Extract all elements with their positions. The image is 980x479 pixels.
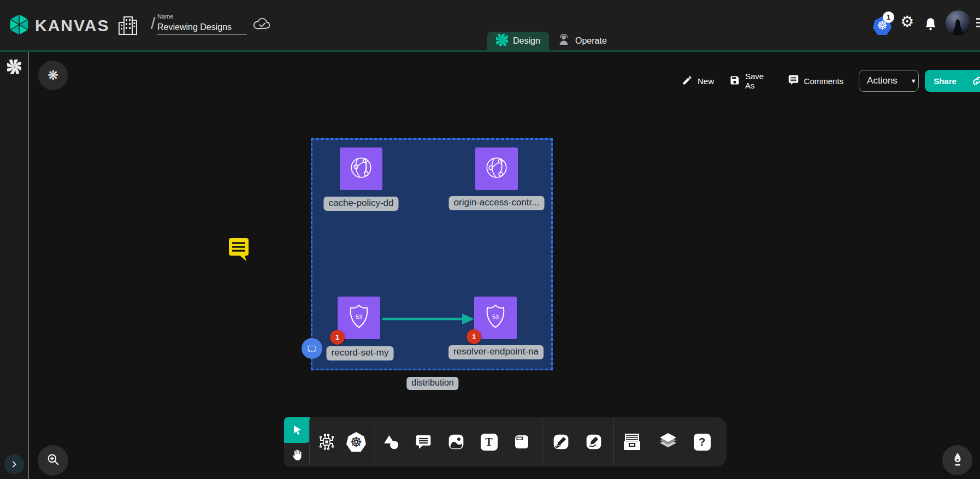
comment-tool[interactable] xyxy=(413,431,434,452)
route53-shield-icon: 53 xyxy=(481,302,510,334)
components-tool[interactable] xyxy=(316,431,337,452)
node-label-origin-access[interactable]: origin-access-contr... xyxy=(449,196,545,210)
expand-sidebar-button[interactable] xyxy=(4,454,24,474)
text-tool-icon: T xyxy=(481,434,498,451)
cloudfront-globe-icon xyxy=(482,153,511,185)
tab-design-label: Design xyxy=(513,36,540,46)
kanvas-logo[interactable]: KANVAS xyxy=(8,13,109,38)
notifications-bell-icon[interactable] xyxy=(923,16,938,34)
pencil-scribble-icon xyxy=(585,433,603,451)
cursor-arrow-icon xyxy=(291,424,304,437)
kubernetes-icon: ☸ xyxy=(346,432,366,452)
help-icon: ? xyxy=(694,434,711,451)
pen-path-icon xyxy=(552,433,570,451)
new-button[interactable]: New xyxy=(682,75,714,87)
new-label: New xyxy=(698,76,714,86)
toolbar-divider xyxy=(613,419,614,464)
freehand-draw-tool[interactable] xyxy=(583,431,604,452)
operate-tab-icon xyxy=(557,33,570,49)
text-tool[interactable]: T xyxy=(479,431,499,452)
kubernetes-context-button[interactable]: ☸ 1 xyxy=(873,16,892,35)
magnifier-plus-icon xyxy=(46,452,60,469)
share-button[interactable]: Share xyxy=(925,70,980,92)
floppy-save-icon xyxy=(729,75,740,87)
group-label-distribution[interactable]: distribution xyxy=(406,377,458,390)
bottom-toolbar: ☸ T xyxy=(284,417,727,466)
toolbar-divider xyxy=(542,419,542,464)
tab-design[interactable]: Design xyxy=(487,32,549,50)
cloudfront-globe-icon xyxy=(346,153,376,185)
pen-tool-fab[interactable] xyxy=(942,445,972,475)
kanvas-app: KANVAS / Name xyxy=(0,0,980,479)
kubernetes-glyph: ☸ xyxy=(350,435,362,449)
help-tool[interactable]: ? xyxy=(692,431,712,452)
comments-button[interactable]: Comments xyxy=(788,74,844,87)
save-status-cloud-icon[interactable] xyxy=(252,16,272,33)
brand-name: KANVAS xyxy=(35,16,109,35)
image-tool[interactable] xyxy=(446,431,467,452)
shapes-icon xyxy=(382,433,400,451)
design-name-input[interactable] xyxy=(157,21,247,35)
save-as-button[interactable]: Save As xyxy=(729,72,772,90)
group-drag-handle[interactable] xyxy=(302,338,322,359)
node-label-cache-policy[interactable]: cache-policy-dd xyxy=(323,197,398,211)
layers-icon xyxy=(658,432,678,452)
connection-arrow[interactable] xyxy=(381,312,475,328)
design-name-label: Name xyxy=(157,13,247,20)
comments-icon xyxy=(788,74,799,87)
layers-tool[interactable] xyxy=(658,431,678,452)
chevron-down-icon[interactable]: ▼ xyxy=(905,78,919,84)
text-glyph: T xyxy=(485,436,492,448)
breadcrumb-separator: / xyxy=(151,14,155,33)
tab-operate[interactable]: Operate xyxy=(548,32,616,50)
toolbar-divider xyxy=(375,419,375,464)
copy-link-icon[interactable] xyxy=(965,75,980,87)
route53-shield-icon: 53 xyxy=(344,302,374,334)
zoom-button[interactable] xyxy=(38,445,68,476)
drawer-archive-icon xyxy=(622,433,642,451)
design-tab-icon xyxy=(496,34,508,48)
comment-marker-icon[interactable] xyxy=(225,236,250,264)
settings-gear-icon[interactable]: ⚙ xyxy=(900,14,914,29)
kanvas-logo-icon xyxy=(8,13,31,38)
app-header: KANVAS / Name xyxy=(0,0,980,50)
select-tool-active[interactable] xyxy=(284,417,310,443)
issue-count-badge[interactable]: 1 xyxy=(330,330,345,345)
drawer-tool[interactable] xyxy=(622,431,642,452)
design-name-group: Name xyxy=(157,13,247,35)
node-cache-policy[interactable] xyxy=(340,147,382,190)
pen-path-tool[interactable] xyxy=(551,431,571,452)
hand-icon xyxy=(290,448,304,462)
node-label-resolver-endpoint[interactable]: resolver-endpoint-na xyxy=(448,345,544,359)
image-icon xyxy=(447,433,465,451)
frame-tool[interactable] xyxy=(511,431,532,452)
node-resolver-endpoint[interactable]: 53 xyxy=(474,297,517,339)
organization-icon[interactable] xyxy=(116,13,140,40)
actions-label: Actions xyxy=(859,75,905,86)
meshery-spiral-icon[interactable] xyxy=(7,60,21,76)
issue-count-badge[interactable]: 1 xyxy=(467,329,481,344)
frame-card-icon xyxy=(513,433,530,451)
shapes-tool[interactable] xyxy=(381,431,402,452)
node-label-record-set[interactable]: record-set-my xyxy=(327,346,394,360)
left-sidebar xyxy=(0,52,29,479)
overflow-menu-icon[interactable] xyxy=(976,18,980,29)
node-record-set[interactable]: 53 xyxy=(338,297,380,339)
node-origin-access[interactable] xyxy=(475,147,518,190)
canvas-toolbar: New Save As Comments Actions ▼ xyxy=(682,69,980,92)
pan-hand-tool[interactable] xyxy=(287,445,306,464)
kubernetes-tool[interactable]: ☸ xyxy=(346,431,367,452)
tab-operate-label: Operate xyxy=(575,36,607,46)
canvas-options-button[interactable]: ❋ xyxy=(38,61,68,90)
svg-text:53: 53 xyxy=(356,314,362,320)
share-label: Share xyxy=(925,76,965,86)
actions-dropdown[interactable]: Actions ▼ xyxy=(859,70,919,92)
header-accent-line xyxy=(0,50,980,52)
comment-bubble-icon xyxy=(415,433,432,451)
pen-nib-icon xyxy=(950,452,965,469)
user-avatar[interactable] xyxy=(946,10,971,36)
kubernetes-context-count-badge: 1 xyxy=(883,11,894,23)
flower-icon: ❋ xyxy=(48,69,58,82)
chip-circuit-icon xyxy=(317,432,336,452)
svg-text:53: 53 xyxy=(492,314,499,320)
